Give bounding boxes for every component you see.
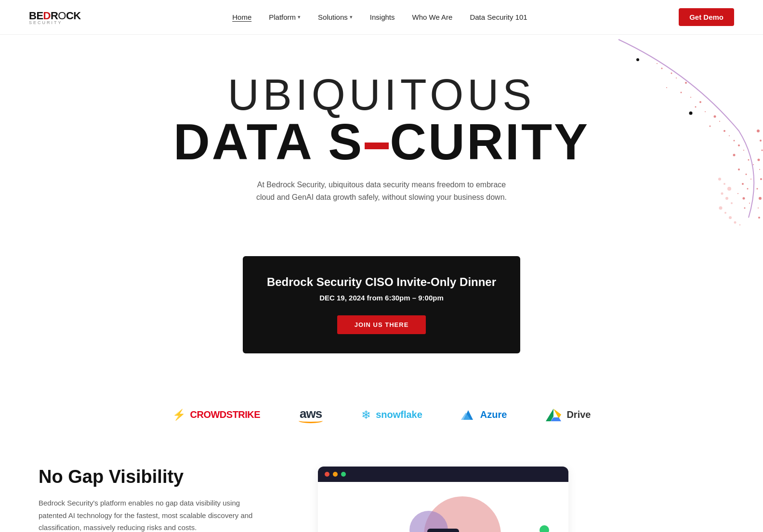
dot-red [325, 472, 329, 477]
logo[interactable]: BEDrOCK SECURITY [29, 10, 81, 25]
svg-point-50 [734, 221, 737, 224]
nav-home[interactable]: Home [232, 13, 251, 21]
svg-point-51 [739, 224, 741, 226]
dot-yellow [333, 472, 338, 477]
svg-point-40 [657, 63, 658, 64]
crowdstrike-name: CROWDSTRIKE [190, 409, 261, 420]
svg-point-41 [718, 178, 721, 181]
partners-section: ⚡ CROWDSTRIKE aws ❄ snowflake Azure Driv… [0, 382, 763, 447]
nav-data-security[interactable]: Data Security 101 [470, 13, 527, 21]
svg-point-52 [636, 58, 639, 61]
dashboard-body: █ —— [318, 482, 568, 532]
gdrive-logo: Drive [545, 408, 591, 422]
bottom-section: No Gap Visibility Bedrock Security's pla… [0, 447, 763, 532]
svg-point-19 [742, 183, 744, 185]
get-demo-button[interactable]: Get Demo [679, 8, 734, 26]
gdrive-name: Drive [566, 409, 591, 420]
svg-point-23 [749, 203, 750, 204]
svg-point-47 [719, 207, 723, 210]
svg-marker-57 [553, 409, 561, 418]
nav-solutions[interactable]: Solutions ▾ [318, 13, 353, 21]
crowdstrike-icon: ⚡ [172, 409, 185, 421]
svg-point-34 [758, 217, 760, 219]
navbar: BEDrOCK SECURITY Home Platform ▾ Solutio… [0, 0, 763, 35]
circle-green [539, 525, 549, 532]
hero-title-line1: UBIQUITOUS [0, 73, 763, 117]
svg-point-30 [760, 178, 762, 180]
join-us-button[interactable]: JOIN US THERE [337, 315, 426, 334]
nav-who-we-are[interactable]: Who We Are [412, 13, 453, 21]
svg-point-42 [724, 183, 725, 185]
data-security-text: DATA SCURITY [173, 117, 590, 167]
svg-point-29 [759, 169, 760, 170]
aws-arc [299, 418, 323, 423]
svg-point-18 [750, 179, 751, 180]
logo-area: BEDrOCK SECURITY [29, 10, 81, 25]
azure-logo: Azure [461, 408, 507, 422]
hero-section: UBIQUITOUS DATA SCURITY At Bedrock Secur… [0, 35, 763, 237]
hero-title: UBIQUITOUS DATA SCURITY [0, 73, 763, 167]
azure-name: Azure [480, 409, 507, 420]
svg-point-45 [725, 197, 728, 200]
svg-point-17 [746, 174, 747, 175]
crowdstrike-logo: ⚡ CROWDSTRIKE [172, 409, 261, 421]
svg-point-24 [744, 208, 746, 209]
hero-title-line2: DATA SCURITY [0, 117, 763, 167]
svg-point-43 [727, 187, 731, 191]
svg-point-20 [747, 188, 749, 190]
svg-point-39 [661, 68, 663, 69]
nav-links: Home Platform ▾ Solutions ▾ Insights Who… [232, 13, 527, 21]
snowflake-icon: ❄ [361, 408, 371, 422]
aws-logo-mark: aws [299, 406, 323, 423]
dot-green-window [341, 472, 346, 477]
svg-point-16 [738, 169, 740, 170]
svg-point-31 [757, 188, 758, 190]
gdrive-icon [545, 408, 562, 422]
dashboard-mock: █ —— [318, 467, 568, 532]
solutions-arrow: ▾ [350, 14, 353, 20]
event-date: DEC 19, 2024 from 6:30pm – 9:00pm [267, 294, 496, 302]
snowflake-logo: ❄ snowflake [361, 408, 422, 422]
svg-point-49 [729, 216, 732, 219]
bottom-left: No Gap Visibility Bedrock Security's pla… [39, 467, 270, 532]
dashboard-topbar [318, 467, 568, 482]
nav-platform[interactable]: Platform ▾ [269, 13, 301, 21]
svg-point-48 [724, 212, 726, 214]
bottom-title: No Gap Visibility [39, 467, 270, 487]
bottom-description: Bedrock Security's platform enables no g… [39, 497, 270, 532]
svg-point-44 [721, 193, 724, 195]
bottom-right: █ —— [318, 467, 568, 532]
svg-point-22 [743, 197, 745, 200]
svg-point-32 [759, 197, 762, 200]
svg-point-46 [731, 202, 733, 204]
event-banner: Bedrock Security CISO Invite-Only Dinner… [243, 256, 520, 353]
event-banner-wrapper: Bedrock Security CISO Invite-Only Dinner… [0, 237, 763, 382]
platform-arrow: ▾ [298, 14, 301, 20]
azure-icon [461, 408, 475, 422]
nav-insights[interactable]: Insights [370, 13, 395, 21]
event-title: Bedrock Security CISO Invite-Only Dinner [267, 275, 496, 289]
hero-subtitle: At Bedrock Security, ubiquitous data sec… [256, 179, 507, 203]
dashboard-widget: █ —— [427, 529, 459, 532]
aws-logo: aws [299, 406, 323, 423]
svg-point-33 [758, 208, 759, 208]
snowflake-name: snowflake [376, 409, 422, 420]
svg-point-21 [737, 193, 738, 194]
